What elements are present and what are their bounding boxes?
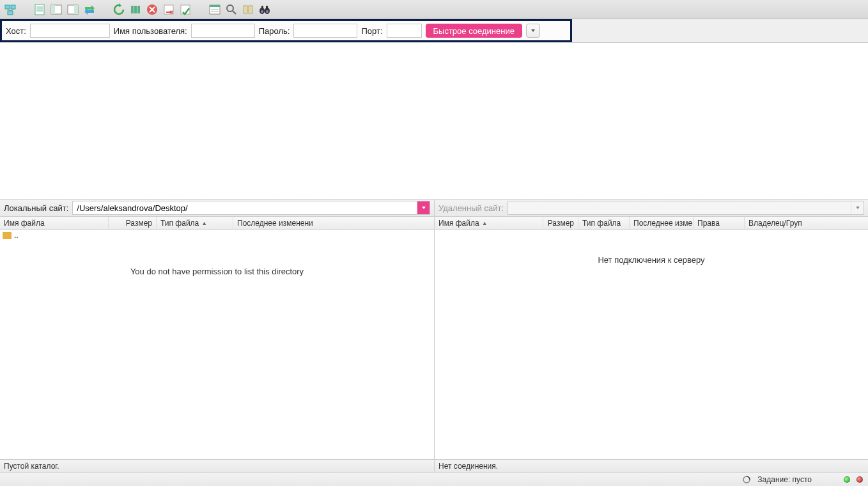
filter-icon[interactable] [207, 2, 222, 17]
remote-path-combo[interactable] [508, 201, 864, 215]
remote-path-dropdown-icon[interactable] [851, 201, 864, 214]
remote-path-input [508, 201, 851, 214]
host-input[interactable] [30, 24, 110, 38]
svg-rect-1 [11, 5, 15, 9]
toggle-queue-icon[interactable] [82, 2, 97, 17]
cancel-icon[interactable] [144, 2, 160, 17]
remote-connection-message: Нет подключения к серверу [435, 230, 868, 265]
local-col-size[interactable]: Размер [109, 217, 157, 229]
svg-rect-31 [249, 6, 252, 13]
remote-file-list[interactable]: Нет подключения к серверу [435, 230, 868, 459]
process-queue-icon[interactable] [128, 2, 143, 17]
parent-directory-row[interactable]: .. [0, 230, 434, 241]
svg-point-28 [227, 5, 233, 12]
port-input[interactable] [387, 24, 422, 38]
password-input[interactable] [293, 24, 357, 38]
remote-col-modified[interactable]: Последнее измен [630, 217, 694, 229]
message-log[interactable] [0, 43, 868, 199]
svg-rect-15 [137, 6, 140, 13]
remote-col-owner[interactable]: Владелец/Груп [745, 217, 868, 229]
site-path-bar: Локальный сайт: Удаленный сайт: [0, 199, 868, 217]
folder-icon [3, 232, 12, 239]
queue-status-label: Задание: пусто [757, 475, 812, 484]
svg-rect-14 [134, 6, 137, 13]
remote-col-perms[interactable]: Права [694, 217, 745, 229]
parent-dir-label: .. [14, 231, 19, 240]
quickconnect-dropdown[interactable] [526, 24, 540, 38]
toggle-log-icon[interactable] [32, 2, 47, 17]
local-panel: Имя файла Размер Тип файла▲ Последнее из… [0, 217, 435, 472]
svg-rect-34 [261, 6, 263, 9]
svg-rect-25 [210, 5, 220, 7]
local-col-modified[interactable]: Последнее изменени [233, 217, 434, 229]
remote-status: Нет соединения. [435, 459, 868, 472]
compare-icon[interactable] [240, 2, 256, 17]
site-manager-icon[interactable] [3, 2, 18, 17]
port-label: Порт: [361, 26, 382, 36]
local-column-headers[interactable]: Имя файла Размер Тип файла▲ Последнее из… [0, 217, 434, 230]
activity-indicator-icon [742, 475, 751, 484]
quickconnect-button[interactable]: Быстрое соединение [426, 24, 522, 38]
username-input[interactable] [191, 24, 255, 38]
svg-rect-5 [35, 4, 44, 15]
password-label: Пароль: [259, 26, 290, 36]
svg-rect-35 [266, 6, 268, 9]
toggle-local-tree-icon[interactable] [49, 2, 64, 17]
status-dot-red [856, 476, 863, 483]
remote-site-label: Удаленный сайт: [438, 203, 504, 213]
file-panels: Имя файла Размер Тип файла▲ Последнее из… [0, 217, 868, 472]
host-label: Хост: [6, 26, 26, 36]
local-file-list[interactable]: .. You do not have permission to list th… [0, 230, 434, 459]
disconnect-icon[interactable] [161, 2, 176, 17]
main-toolbar [0, 0, 868, 19]
svg-rect-0 [5, 5, 10, 9]
binoculars-icon[interactable] [257, 2, 272, 17]
remote-col-size[interactable]: Размер [543, 217, 578, 229]
remote-col-name[interactable]: Имя файла▲ [435, 217, 543, 229]
local-col-type[interactable]: Тип файла▲ [157, 217, 233, 229]
svg-rect-2 [8, 11, 13, 15]
search-icon[interactable] [224, 2, 239, 17]
local-permission-message: You do not have permission to list this … [0, 241, 434, 276]
svg-point-37 [266, 10, 268, 13]
svg-rect-12 [74, 5, 78, 14]
remote-panel: Имя файла▲ Размер Тип файла Последнее из… [435, 217, 868, 472]
local-status: Пустой каталог. [0, 459, 434, 472]
local-path-combo[interactable] [72, 201, 430, 215]
local-col-name[interactable]: Имя файла [0, 217, 109, 229]
local-site-label: Локальный сайт: [4, 203, 68, 213]
refresh-icon[interactable] [111, 2, 127, 17]
status-dot-green [844, 476, 850, 483]
username-label: Имя пользователя: [114, 26, 187, 36]
status-bar: Задание: пусто [0, 472, 868, 486]
remote-column-headers[interactable]: Имя файла▲ Размер Тип файла Последнее из… [435, 217, 868, 230]
local-path-dropdown-icon[interactable] [417, 201, 430, 214]
toggle-remote-tree-icon[interactable] [65, 2, 81, 17]
svg-rect-13 [131, 6, 134, 13]
reconnect-icon[interactable] [178, 2, 193, 17]
svg-line-29 [233, 11, 236, 14]
quickconnect-bar: Хост: Имя пользователя: Пароль: Порт: Бы… [0, 19, 572, 42]
local-path-input[interactable] [73, 201, 417, 214]
remote-col-type[interactable]: Тип файла [578, 217, 630, 229]
svg-rect-10 [51, 5, 55, 14]
svg-rect-30 [244, 6, 247, 13]
svg-point-36 [261, 10, 263, 13]
